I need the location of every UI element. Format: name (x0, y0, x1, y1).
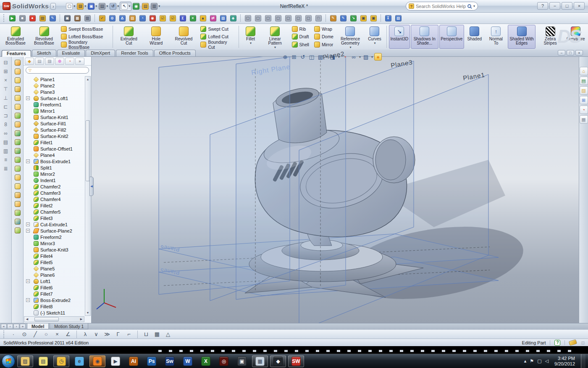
tree-item-boss-extrude2[interactable]: +Boss-Extrude2 (25, 297, 84, 303)
solidworks-taskbar-button[interactable]: SW (288, 355, 304, 367)
doc-tab-motion-study-1[interactable]: Motion Study 1 (50, 323, 88, 329)
shadows-in-shaded-mode-button[interactable]: Shadows In Shade... (411, 25, 438, 49)
open-document-button[interactable]: ▨▾ (76, 2, 87, 11)
view-isometric-button[interactable]: ▢ (304, 13, 313, 23)
boundary-boss-base-button[interactable]: Boundary Boss/Base (60, 41, 110, 48)
start-button[interactable] (2, 355, 15, 368)
make-block-button[interactable]: △ (164, 331, 172, 338)
tree-item-indent1[interactable]: Indent1 (25, 177, 84, 183)
shell-button[interactable]: Shell (291, 41, 310, 48)
revolved-cut-button[interactable]: Revolved Cut (170, 25, 197, 49)
propertymanager-tab[interactable]: ▤ (35, 58, 44, 65)
linear-sketch-pattern-button[interactable]: ⊔ (142, 331, 150, 338)
doc-close-button[interactable]: × (575, 50, 583, 56)
tree-item-loft1[interactable]: +Loft1 (25, 278, 84, 284)
tree-item-fillet1[interactable]: Fillet1 (25, 139, 84, 146)
chain-link-button[interactable]: ∞ (1, 129, 10, 138)
model-canvas[interactable] (92, 57, 579, 323)
tab-render-tools[interactable]: Render Tools (116, 50, 153, 56)
last-tab-button[interactable]: » (20, 324, 26, 329)
graphics-viewport[interactable]: ◀ (92, 57, 579, 323)
tree-item-boss-extrude1[interactable]: +Boss-Extrude1 (25, 158, 84, 164)
reference-geometry-dropdown-icon[interactable]: ▾ (349, 45, 351, 50)
radiate-surface-button[interactable] (13, 173, 22, 182)
windows-explorer-taskbar-button[interactable]: ▨ (17, 355, 33, 367)
stop-macro-button[interactable]: ■ (18, 13, 27, 23)
mate-button[interactable]: ↧ (383, 13, 393, 23)
expand-icon[interactable]: + (26, 298, 30, 302)
hide-show-items-dropdown-icon[interactable]: ▾ (359, 55, 361, 59)
vertical-link-button[interactable]: 8 (1, 120, 10, 129)
extruded-boss-base-button[interactable]: Extruded Boss/Base (2, 25, 29, 49)
row-spacing-button[interactable]: ≡ (1, 156, 10, 164)
edit-appearance-button[interactable]: ▣ (359, 13, 368, 23)
curves-dropdown-icon[interactable]: ▾ (374, 41, 375, 45)
line-button[interactable]: ╱ (31, 331, 39, 338)
flyout-expand[interactable]: » (75, 58, 84, 65)
photoshop-taskbar-button[interactable]: Ps (144, 355, 160, 367)
revolved-boss-base-button[interactable]: Revolved Boss/Base (30, 25, 58, 49)
offset-surface-button[interactable] (13, 67, 22, 76)
annotation-tag-icon[interactable] (569, 339, 578, 346)
previous-view-button[interactable]: ↺ (299, 53, 307, 61)
align-top-button[interactable]: ⊤ (1, 85, 10, 93)
hole-wizard-button[interactable]: Hole Wizard (143, 25, 169, 49)
perspective-button[interactable]: Perspective (439, 25, 464, 49)
tree-item-split1[interactable]: Split1 (25, 164, 84, 171)
component-pattern-button[interactable]: ≣ (1, 164, 10, 173)
spline-button[interactable]: λ (81, 331, 89, 338)
extend-surface-button[interactable] (13, 156, 22, 164)
realview-settings-button[interactable]: ● (374, 53, 382, 61)
configurationmanager-tab[interactable]: ▨ (45, 58, 54, 65)
search-box[interactable]: ? ▾ (406, 2, 478, 11)
curvature-check-button[interactable]: × (188, 13, 197, 23)
dimxpertmanager-tab[interactable]: ⊕ (55, 58, 64, 65)
tree-item--sketch11[interactable]: (-) Sketch11 (25, 310, 84, 316)
internet-explorer-taskbar-button[interactable]: e (71, 355, 87, 367)
apply-scene-dropdown-icon[interactable]: ▾ (371, 55, 373, 59)
prev-tab-button[interactable]: ‹ (7, 324, 13, 329)
network-button[interactable]: ▢ (537, 358, 541, 364)
linear-pattern-dropdown-icon[interactable]: ▾ (274, 45, 276, 50)
tree-item-chamfer5[interactable]: Chamfer5 (25, 209, 84, 215)
rebuild-check-button[interactable]: ◉ (148, 13, 157, 23)
scroll-up-icon[interactable]: ▲ (85, 77, 90, 82)
equations-button[interactable]: Σ (178, 13, 187, 23)
sweep-surface-button[interactable] (13, 85, 22, 93)
panel-collapse-arrow[interactable]: ◀ (89, 177, 94, 196)
sketch-3d-button[interactable]: ✎ (339, 13, 348, 23)
measure-button[interactable]: ⊙ (108, 13, 117, 23)
sketchbar-grip[interactable] (3, 331, 5, 338)
tree-item-surface-knit3[interactable]: Surface-Knit3 (25, 246, 84, 253)
corner-rectangle-button[interactable]: Γ (114, 331, 122, 338)
tree-item-fillet6[interactable]: Fillet6 (25, 284, 84, 291)
tree-vscroll-thumb[interactable] (86, 120, 90, 181)
sketch-button[interactable]: ✎ (328, 13, 338, 23)
tree-item-freeform1[interactable]: Freeform1 (25, 101, 84, 108)
grid-snap-button[interactable]: ▦ (153, 331, 161, 338)
new-macro-button[interactable]: ▤ (38, 13, 47, 23)
view-front-button[interactable]: ▢ (243, 13, 252, 23)
tree-item-plane3[interactable]: Plane3 (25, 89, 84, 95)
print-document-button[interactable]: ▤▾ (98, 2, 109, 11)
tree-item-fillet2[interactable]: Fillet2 (25, 202, 84, 209)
file-properties-dropdown-icon[interactable]: ▾ (158, 4, 160, 8)
tab-sketch[interactable]: Sketch (32, 50, 56, 56)
tab-office-products[interactable]: Office Products (154, 50, 196, 56)
mirror-button[interactable]: Mirror (313, 41, 335, 48)
column-right-button[interactable]: ⊐ (1, 111, 10, 120)
tree-horizontal-scrollbar[interactable]: ◀ ▶ (24, 316, 84, 322)
help-button[interactable]: ? (537, 2, 548, 10)
ellipse-button[interactable]: ○ (42, 331, 50, 338)
scroll-down-icon[interactable]: ▼ (85, 310, 90, 315)
zoom-to-area-button[interactable]: ⊞ (290, 53, 298, 61)
solidworks-resources-tab[interactable]: ⌂ (580, 67, 588, 75)
draft-analysis-button[interactable]: ▲ (198, 13, 207, 23)
run-macro-button[interactable]: ▶ (8, 13, 17, 23)
undo-button[interactable]: ↺▾ (109, 2, 120, 11)
section-view-button[interactable]: ◫ (308, 53, 315, 61)
doc-tab-model[interactable]: Model (27, 323, 49, 329)
file-explorer-tab[interactable]: ▨ (580, 86, 588, 95)
cut-tool-button[interactable]: × (1, 76, 10, 85)
point-button[interactable]: · (9, 331, 18, 338)
